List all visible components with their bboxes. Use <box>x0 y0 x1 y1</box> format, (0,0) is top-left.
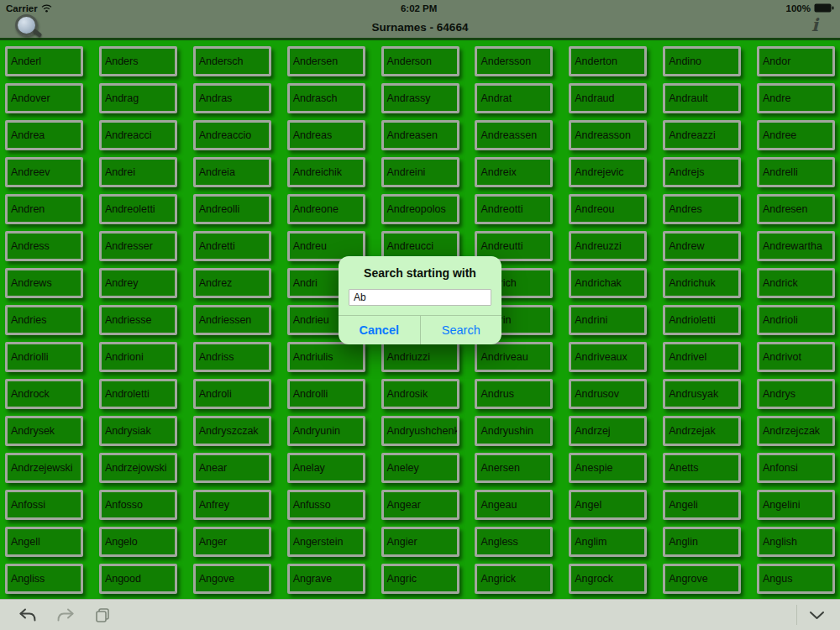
surname-button[interactable]: Andreassen <box>475 120 553 150</box>
surname-button[interactable]: Andren <box>5 194 83 224</box>
surname-button[interactable]: Angus <box>757 564 835 594</box>
surname-button[interactable]: Andreichik <box>287 157 365 187</box>
surname-button[interactable]: Anger <box>193 527 271 557</box>
surname-button[interactable]: Andreou <box>569 194 647 224</box>
surname-button[interactable]: Andreone <box>287 194 365 224</box>
surname-button[interactable]: Androli <box>193 379 271 409</box>
surname-button[interactable]: Andre <box>757 83 835 113</box>
surname-button[interactable]: Andress <box>5 231 83 261</box>
surname-button[interactable]: Anglish <box>757 527 835 557</box>
surname-button[interactable]: Andriveau <box>475 342 553 372</box>
surname-button[interactable]: Andrei <box>99 157 177 187</box>
surname-button[interactable]: Andersch <box>193 46 271 76</box>
surname-button[interactable]: Andreuzzi <box>569 231 647 261</box>
surname-button[interactable]: Andreasen <box>381 120 459 150</box>
surname-button[interactable]: Andrejevic <box>569 157 647 187</box>
surname-button[interactable]: Anders <box>99 46 177 76</box>
search-prefix-input[interactable] <box>349 289 491 306</box>
surname-button[interactable]: Andrat <box>475 83 553 113</box>
surname-button[interactable]: Andrivel <box>663 342 741 372</box>
surname-button[interactable]: Andryushin <box>475 416 553 446</box>
surname-button[interactable]: Andreaccio <box>193 120 271 150</box>
surname-button[interactable]: Andresser <box>99 231 177 261</box>
undo-button[interactable] <box>18 608 37 622</box>
surname-button[interactable]: Angliss <box>5 564 83 594</box>
surname-button[interactable]: Andres <box>663 194 741 224</box>
surname-button[interactable]: Andreas <box>287 120 365 150</box>
surname-button[interactable]: Anglin <box>663 527 741 557</box>
surname-button[interactable]: Andrichak <box>569 268 647 298</box>
surname-button[interactable]: Androletti <box>99 379 177 409</box>
surname-button[interactable]: Andrejs <box>663 157 741 187</box>
surname-button[interactable]: Andreev <box>5 157 83 187</box>
surname-button[interactable]: Andree <box>757 120 835 150</box>
surname-button[interactable]: Andras <box>193 83 271 113</box>
search-button[interactable]: Search <box>421 316 502 344</box>
surname-button[interactable]: Anglim <box>569 527 647 557</box>
surname-button[interactable]: Androck <box>5 379 83 409</box>
surname-button[interactable]: Anetts <box>663 453 741 483</box>
surname-button[interactable]: Andriuzzi <box>381 342 459 372</box>
surname-button[interactable]: Andraud <box>569 83 647 113</box>
surname-button[interactable]: Andrys <box>757 379 835 409</box>
surname-button[interactable]: Andryunin <box>287 416 365 446</box>
surname-button[interactable]: Anderl <box>5 46 83 76</box>
surname-button[interactable]: Anelay <box>287 453 365 483</box>
surname-button[interactable]: Anfonsi <box>757 453 835 483</box>
surname-button[interactable]: Angrock <box>569 564 647 594</box>
surname-button[interactable]: Andriulis <box>287 342 365 372</box>
surname-button[interactable]: Angier <box>381 527 459 557</box>
surname-button[interactable]: Anfrey <box>193 490 271 520</box>
surname-button[interactable]: Andersson <box>475 46 553 76</box>
surname-button[interactable]: Angelo <box>99 527 177 557</box>
surname-button[interactable]: Anfosso <box>99 490 177 520</box>
surname-button[interactable]: Andrea <box>5 120 83 150</box>
surname-button[interactable]: Andrioletti <box>663 305 741 335</box>
surname-button[interactable]: Andreopolos <box>381 194 459 224</box>
surname-button[interactable]: Andreotti <box>475 194 553 224</box>
surname-button[interactable]: Andreasson <box>569 120 647 150</box>
surname-button[interactable]: Angood <box>99 564 177 594</box>
surname-button[interactable]: Andrzejczak <box>757 416 835 446</box>
surname-button[interactable]: Andriesse <box>99 305 177 335</box>
surname-button[interactable]: Andrzejowski <box>99 453 177 483</box>
surname-button[interactable]: Andrzejak <box>663 416 741 446</box>
surname-button[interactable]: Andreix <box>475 157 553 187</box>
surname-button[interactable]: Andries <box>5 305 83 335</box>
surname-button[interactable]: Androlli <box>287 379 365 409</box>
surname-button[interactable]: Angel <box>569 490 647 520</box>
surname-button[interactable]: Andrag <box>99 83 177 113</box>
search-icon[interactable] <box>13 13 42 39</box>
surname-button[interactable]: Andreoletti <box>99 194 177 224</box>
surname-button[interactable]: Andrzej <box>569 416 647 446</box>
surname-button[interactable]: Angless <box>475 527 553 557</box>
surname-button[interactable]: Anderson <box>381 46 459 76</box>
surname-button[interactable]: Angeli <box>663 490 741 520</box>
surname-button[interactable]: Andrewartha <box>757 231 835 261</box>
surname-button[interactable]: Andrez <box>193 268 271 298</box>
hide-toolbar-button[interactable] <box>809 611 825 620</box>
surname-button[interactable]: Andryszczak <box>193 416 271 446</box>
surname-button[interactable]: Andriessen <box>193 305 271 335</box>
surname-button[interactable]: Angeau <box>475 490 553 520</box>
surname-button[interactable]: Andrasch <box>287 83 365 113</box>
surname-button[interactable]: Aneley <box>381 453 459 483</box>
surname-button[interactable]: Anersen <box>475 453 553 483</box>
surname-button[interactable]: Andover <box>5 83 83 113</box>
surname-button[interactable]: Andreolli <box>193 194 271 224</box>
surname-button[interactable]: Andretti <box>193 231 271 261</box>
surname-button[interactable]: Angear <box>381 490 459 520</box>
surname-button[interactable]: Anear <box>193 453 271 483</box>
surname-button[interactable]: Angrick <box>475 564 553 594</box>
surname-button[interactable]: Angerstein <box>287 527 365 557</box>
surname-button[interactable]: Andrassy <box>381 83 459 113</box>
surname-button[interactable]: Andreacci <box>99 120 177 150</box>
surname-button[interactable]: Andrysiak <box>99 416 177 446</box>
surname-button[interactable]: Androsik <box>381 379 459 409</box>
surname-button[interactable]: Andreini <box>381 157 459 187</box>
surname-button[interactable]: Andino <box>663 46 741 76</box>
surname-button[interactable]: Andrichuk <box>663 268 741 298</box>
surname-button[interactable]: Andrick <box>757 268 835 298</box>
surname-button[interactable]: Andersen <box>287 46 365 76</box>
cancel-button[interactable]: Cancel <box>339 316 421 344</box>
